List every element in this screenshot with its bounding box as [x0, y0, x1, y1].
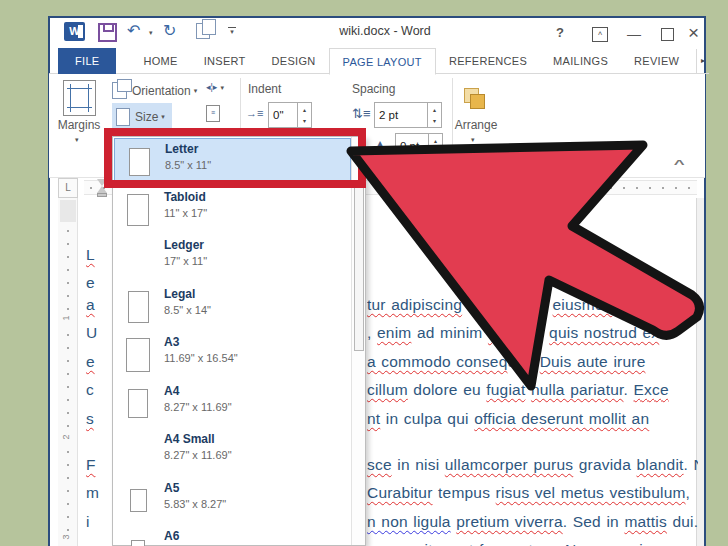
ruler-tick	[67, 399, 69, 401]
ruler-tick	[389, 187, 391, 189]
ruler-tick	[90, 187, 92, 189]
page-right-gutter	[697, 198, 704, 546]
maximize-button[interactable]	[661, 28, 674, 41]
ruler-tick	[662, 187, 664, 189]
page-size-icon	[127, 194, 149, 226]
redo-icon[interactable]: ↻	[163, 23, 176, 39]
ruler-tick	[67, 269, 69, 271]
size-option-dims: 8.27" x 11.69"	[164, 449, 232, 461]
size-option-dims: 17" x 11"	[164, 255, 207, 267]
left-indent-marker[interactable]	[97, 193, 107, 197]
minimize-button[interactable]: —	[627, 26, 641, 42]
undo-icon[interactable]: ↶	[127, 23, 140, 39]
touch-mode-icon[interactable]	[196, 23, 210, 39]
spacing-before-value: 2 pt	[379, 109, 398, 121]
ruler-tick	[610, 187, 612, 189]
size-option-tabloid[interactable]: Tabloid11" x 17"	[114, 187, 351, 232]
ruler-tick	[67, 451, 69, 453]
arrange-button[interactable]: Arrange	[452, 118, 500, 132]
tab-file[interactable]: FILE	[58, 48, 116, 74]
ruler-tick	[67, 503, 69, 505]
size-option-dims: 11" x 17"	[164, 207, 207, 219]
ruler-tick	[584, 187, 586, 189]
size-option-a3[interactable]: A311.69" x 16.54"	[114, 332, 351, 377]
tab-home[interactable]: HOME	[130, 48, 190, 74]
arrange-caret-icon[interactable]: ▾	[471, 136, 475, 144]
doc-line-fragment: U	[86, 324, 111, 348]
spacing-after-input[interactable]: 0 pt ▴▾	[395, 133, 443, 159]
ruler-tick	[415, 187, 417, 189]
more-tabs-button[interactable]: ▸	[696, 49, 709, 74]
customize-qat-icon[interactable]: ▾	[228, 27, 236, 36]
size-option-legal[interactable]: Legal8.5" x 14"	[114, 284, 351, 329]
size-option-a4[interactable]: A48.27" x 11.69"	[114, 381, 351, 426]
indent-left-icon[interactable]: →≡	[246, 107, 263, 119]
ruler-tick	[545, 187, 547, 189]
ruler-tick	[675, 187, 677, 189]
size-option-a5[interactable]: A55.83" x 8.27"	[114, 478, 351, 523]
doc-line-fragment: s	[86, 410, 111, 434]
indent-spinner[interactable]: ▴▾	[297, 103, 311, 127]
line-numbers-button[interactable]: ≡	[206, 105, 220, 122]
spacing-before-icon[interactable]: ⇅≡	[352, 106, 370, 121]
margins-button[interactable]: Margins	[54, 118, 104, 132]
tab-review[interactable]: REVIEW	[621, 48, 692, 74]
breaks-caret-icon: ▾	[220, 84, 224, 91]
size-label: Size	[135, 110, 158, 124]
size-dropdown-scrollbar[interactable]: ▴	[351, 137, 365, 545]
ruler-tick	[428, 187, 430, 189]
doc-line: tur adipiscing elit, sed do eiusmod temp…	[367, 296, 698, 320]
doc-line-fragment: e	[86, 274, 111, 298]
ruler-tick	[441, 187, 443, 189]
vertical-ruler[interactable]	[58, 198, 78, 546]
spacing-before-spinner[interactable]: ▴▾	[427, 103, 441, 127]
indent-group-label: Indent	[248, 82, 281, 96]
spacing-after-icon[interactable]: ▴	[377, 136, 383, 150]
doc-line: a commodo consequat. Duis aute irure	[367, 353, 698, 377]
vertical-ruler-number: 3	[61, 534, 71, 539]
spacing-before-input[interactable]: 2 pt ▴▾	[374, 102, 442, 128]
ruler-tick	[597, 187, 599, 189]
tab-insert[interactable]: INSERT	[191, 48, 259, 74]
size-option-name: A4	[164, 384, 179, 398]
orientation-button[interactable]: Orientation ▾	[112, 80, 197, 101]
ruler-tick	[636, 187, 638, 189]
doc-line: Curabitur tempus risus vel metus vestibu…	[367, 484, 698, 508]
tab-stop-selector[interactable]: L	[58, 178, 78, 198]
save-icon[interactable]	[98, 23, 117, 42]
ruler-tick	[67, 360, 69, 362]
doc-line: n non ligula pretium viverra. Sed in mat…	[367, 513, 698, 537]
ruler-tick	[558, 187, 560, 189]
ruler-tick	[67, 334, 69, 336]
size-option-name: A4 Small	[164, 432, 215, 446]
tab-references[interactable]: REFERENCES	[436, 48, 540, 74]
ruler-tick	[67, 477, 69, 479]
size-option-a4-small[interactable]: A4 Small8.27" x 11.69"	[114, 429, 351, 474]
spacing-after-spinner[interactable]: ▴▾	[428, 134, 442, 158]
tab-page-layout[interactable]: PAGE LAYOUT	[329, 48, 436, 75]
ruler-tick	[467, 187, 469, 189]
ruler-tick	[67, 529, 69, 531]
doc-line: , enim ad minim veniam, quis nostrud ex	[367, 324, 698, 348]
scrollbar-thumb[interactable]	[354, 184, 364, 351]
ruler-tick	[688, 187, 690, 189]
size-option-a6[interactable]: A6	[114, 526, 351, 546]
tab-mailings[interactable]: MAILINGS	[540, 48, 621, 74]
tab-design[interactable]: DESIGN	[259, 48, 329, 74]
close-button[interactable]: ×	[688, 22, 699, 44]
margins-caret-icon[interactable]: ▾	[75, 136, 79, 144]
size-button[interactable]: Size ▾	[112, 103, 172, 130]
size-option-ledger[interactable]: Ledger17" x 11"	[114, 235, 351, 280]
spacing-group-label: Spacing	[352, 82, 395, 96]
help-button[interactable]: ?	[556, 25, 564, 40]
size-option-name: Tabloid	[164, 190, 206, 204]
ruler-tick	[67, 386, 69, 388]
page-size-icon	[128, 291, 149, 323]
undo-dropdown-caret[interactable]: ▾	[149, 29, 153, 37]
indent-left-input[interactable]: 0" ▴▾	[268, 102, 312, 128]
doc-line-fragment: L	[86, 246, 111, 270]
ribbon-display-options-button[interactable]: ˄	[592, 27, 608, 42]
word-logo-icon: W	[64, 22, 85, 41]
breaks-button[interactable]: ◂¦▸▾	[206, 82, 224, 92]
collapse-ribbon-button[interactable]: ^	[674, 158, 685, 170]
